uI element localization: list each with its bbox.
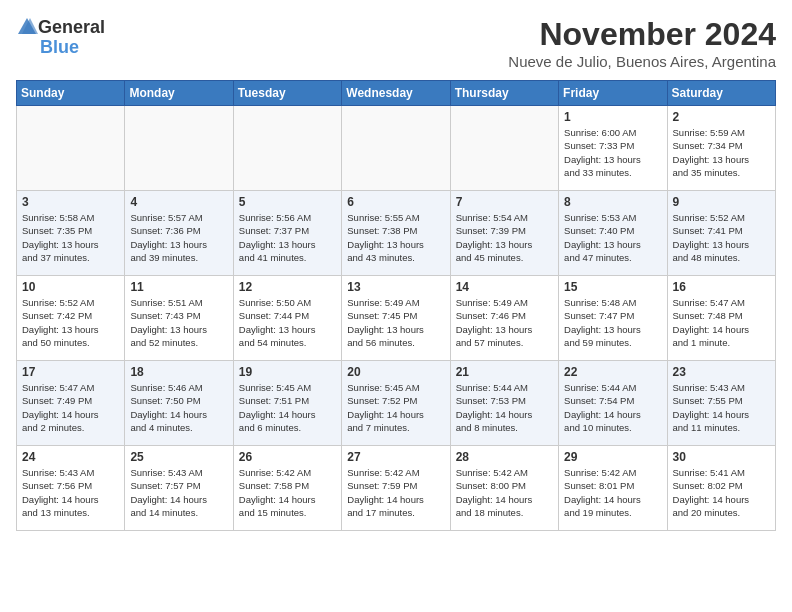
logo-icon bbox=[16, 16, 38, 38]
calendar-header-row: SundayMondayTuesdayWednesdayThursdayFrid… bbox=[17, 81, 776, 106]
calendar-cell: 17Sunrise: 5:47 AMSunset: 7:49 PMDayligh… bbox=[17, 361, 125, 446]
day-info: Sunrise: 5:45 AMSunset: 7:52 PMDaylight:… bbox=[347, 381, 444, 434]
day-header-tuesday: Tuesday bbox=[233, 81, 341, 106]
calendar-cell bbox=[450, 106, 558, 191]
day-number: 27 bbox=[347, 450, 444, 464]
calendar-cell: 30Sunrise: 5:41 AMSunset: 8:02 PMDayligh… bbox=[667, 446, 775, 531]
day-number: 29 bbox=[564, 450, 661, 464]
week-row-5: 24Sunrise: 5:43 AMSunset: 7:56 PMDayligh… bbox=[17, 446, 776, 531]
day-number: 21 bbox=[456, 365, 553, 379]
day-number: 1 bbox=[564, 110, 661, 124]
day-info: Sunrise: 5:45 AMSunset: 7:51 PMDaylight:… bbox=[239, 381, 336, 434]
calendar-cell: 25Sunrise: 5:43 AMSunset: 7:57 PMDayligh… bbox=[125, 446, 233, 531]
location: Nueve de Julio, Buenos Aires, Argentina bbox=[508, 53, 776, 70]
logo: General Blue bbox=[16, 16, 105, 56]
calendar-cell: 16Sunrise: 5:47 AMSunset: 7:48 PMDayligh… bbox=[667, 276, 775, 361]
calendar-cell: 19Sunrise: 5:45 AMSunset: 7:51 PMDayligh… bbox=[233, 361, 341, 446]
day-header-sunday: Sunday bbox=[17, 81, 125, 106]
day-info: Sunrise: 5:42 AMSunset: 7:58 PMDaylight:… bbox=[239, 466, 336, 519]
day-info: Sunrise: 5:41 AMSunset: 8:02 PMDaylight:… bbox=[673, 466, 770, 519]
day-info: Sunrise: 5:46 AMSunset: 7:50 PMDaylight:… bbox=[130, 381, 227, 434]
week-row-1: 1Sunrise: 6:00 AMSunset: 7:33 PMDaylight… bbox=[17, 106, 776, 191]
day-number: 13 bbox=[347, 280, 444, 294]
week-row-3: 10Sunrise: 5:52 AMSunset: 7:42 PMDayligh… bbox=[17, 276, 776, 361]
calendar-cell: 13Sunrise: 5:49 AMSunset: 7:45 PMDayligh… bbox=[342, 276, 450, 361]
calendar-cell: 11Sunrise: 5:51 AMSunset: 7:43 PMDayligh… bbox=[125, 276, 233, 361]
calendar-cell: 28Sunrise: 5:42 AMSunset: 8:00 PMDayligh… bbox=[450, 446, 558, 531]
calendar-cell: 29Sunrise: 5:42 AMSunset: 8:01 PMDayligh… bbox=[559, 446, 667, 531]
calendar-cell: 2Sunrise: 5:59 AMSunset: 7:34 PMDaylight… bbox=[667, 106, 775, 191]
week-row-2: 3Sunrise: 5:58 AMSunset: 7:35 PMDaylight… bbox=[17, 191, 776, 276]
day-number: 24 bbox=[22, 450, 119, 464]
day-header-wednesday: Wednesday bbox=[342, 81, 450, 106]
day-info: Sunrise: 5:56 AMSunset: 7:37 PMDaylight:… bbox=[239, 211, 336, 264]
day-info: Sunrise: 5:47 AMSunset: 7:48 PMDaylight:… bbox=[673, 296, 770, 349]
day-info: Sunrise: 5:58 AMSunset: 7:35 PMDaylight:… bbox=[22, 211, 119, 264]
calendar-cell bbox=[342, 106, 450, 191]
day-info: Sunrise: 5:53 AMSunset: 7:40 PMDaylight:… bbox=[564, 211, 661, 264]
day-number: 8 bbox=[564, 195, 661, 209]
calendar-cell: 18Sunrise: 5:46 AMSunset: 7:50 PMDayligh… bbox=[125, 361, 233, 446]
day-number: 14 bbox=[456, 280, 553, 294]
day-number: 26 bbox=[239, 450, 336, 464]
calendar-cell: 24Sunrise: 5:43 AMSunset: 7:56 PMDayligh… bbox=[17, 446, 125, 531]
day-info: Sunrise: 5:48 AMSunset: 7:47 PMDaylight:… bbox=[564, 296, 661, 349]
calendar-cell: 8Sunrise: 5:53 AMSunset: 7:40 PMDaylight… bbox=[559, 191, 667, 276]
day-info: Sunrise: 5:42 AMSunset: 8:01 PMDaylight:… bbox=[564, 466, 661, 519]
day-info: Sunrise: 5:43 AMSunset: 7:55 PMDaylight:… bbox=[673, 381, 770, 434]
day-info: Sunrise: 5:59 AMSunset: 7:34 PMDaylight:… bbox=[673, 126, 770, 179]
day-number: 18 bbox=[130, 365, 227, 379]
day-info: Sunrise: 5:55 AMSunset: 7:38 PMDaylight:… bbox=[347, 211, 444, 264]
day-number: 25 bbox=[130, 450, 227, 464]
day-info: Sunrise: 5:51 AMSunset: 7:43 PMDaylight:… bbox=[130, 296, 227, 349]
day-info: Sunrise: 5:43 AMSunset: 7:56 PMDaylight:… bbox=[22, 466, 119, 519]
day-info: Sunrise: 5:52 AMSunset: 7:41 PMDaylight:… bbox=[673, 211, 770, 264]
day-info: Sunrise: 5:43 AMSunset: 7:57 PMDaylight:… bbox=[130, 466, 227, 519]
day-number: 17 bbox=[22, 365, 119, 379]
day-header-saturday: Saturday bbox=[667, 81, 775, 106]
day-number: 30 bbox=[673, 450, 770, 464]
week-row-4: 17Sunrise: 5:47 AMSunset: 7:49 PMDayligh… bbox=[17, 361, 776, 446]
day-number: 6 bbox=[347, 195, 444, 209]
calendar-cell bbox=[17, 106, 125, 191]
day-number: 15 bbox=[564, 280, 661, 294]
day-info: Sunrise: 5:44 AMSunset: 7:53 PMDaylight:… bbox=[456, 381, 553, 434]
day-number: 3 bbox=[22, 195, 119, 209]
calendar-cell bbox=[125, 106, 233, 191]
calendar-cell: 21Sunrise: 5:44 AMSunset: 7:53 PMDayligh… bbox=[450, 361, 558, 446]
day-info: Sunrise: 5:57 AMSunset: 7:36 PMDaylight:… bbox=[130, 211, 227, 264]
day-header-thursday: Thursday bbox=[450, 81, 558, 106]
calendar-cell: 12Sunrise: 5:50 AMSunset: 7:44 PMDayligh… bbox=[233, 276, 341, 361]
day-number: 7 bbox=[456, 195, 553, 209]
day-number: 12 bbox=[239, 280, 336, 294]
calendar-cell: 22Sunrise: 5:44 AMSunset: 7:54 PMDayligh… bbox=[559, 361, 667, 446]
calendar-cell: 6Sunrise: 5:55 AMSunset: 7:38 PMDaylight… bbox=[342, 191, 450, 276]
logo-general: General bbox=[38, 18, 105, 36]
day-info: Sunrise: 5:50 AMSunset: 7:44 PMDaylight:… bbox=[239, 296, 336, 349]
day-number: 11 bbox=[130, 280, 227, 294]
calendar-cell bbox=[233, 106, 341, 191]
day-number: 9 bbox=[673, 195, 770, 209]
day-info: Sunrise: 5:44 AMSunset: 7:54 PMDaylight:… bbox=[564, 381, 661, 434]
day-info: Sunrise: 5:52 AMSunset: 7:42 PMDaylight:… bbox=[22, 296, 119, 349]
day-header-friday: Friday bbox=[559, 81, 667, 106]
day-number: 23 bbox=[673, 365, 770, 379]
day-info: Sunrise: 5:49 AMSunset: 7:46 PMDaylight:… bbox=[456, 296, 553, 349]
calendar-cell: 10Sunrise: 5:52 AMSunset: 7:42 PMDayligh… bbox=[17, 276, 125, 361]
day-number: 19 bbox=[239, 365, 336, 379]
day-info: Sunrise: 5:47 AMSunset: 7:49 PMDaylight:… bbox=[22, 381, 119, 434]
calendar-body: 1Sunrise: 6:00 AMSunset: 7:33 PMDaylight… bbox=[17, 106, 776, 531]
day-info: Sunrise: 6:00 AMSunset: 7:33 PMDaylight:… bbox=[564, 126, 661, 179]
calendar-cell: 4Sunrise: 5:57 AMSunset: 7:36 PMDaylight… bbox=[125, 191, 233, 276]
day-number: 28 bbox=[456, 450, 553, 464]
calendar-cell: 7Sunrise: 5:54 AMSunset: 7:39 PMDaylight… bbox=[450, 191, 558, 276]
month-title: November 2024 bbox=[508, 16, 776, 53]
page-header: General Blue November 2024 Nueve de Juli… bbox=[16, 16, 776, 70]
calendar-cell: 5Sunrise: 5:56 AMSunset: 7:37 PMDaylight… bbox=[233, 191, 341, 276]
day-header-monday: Monday bbox=[125, 81, 233, 106]
title-area: November 2024 Nueve de Julio, Buenos Air… bbox=[508, 16, 776, 70]
day-info: Sunrise: 5:42 AMSunset: 7:59 PMDaylight:… bbox=[347, 466, 444, 519]
calendar-table: SundayMondayTuesdayWednesdayThursdayFrid… bbox=[16, 80, 776, 531]
day-info: Sunrise: 5:49 AMSunset: 7:45 PMDaylight:… bbox=[347, 296, 444, 349]
calendar-cell: 15Sunrise: 5:48 AMSunset: 7:47 PMDayligh… bbox=[559, 276, 667, 361]
